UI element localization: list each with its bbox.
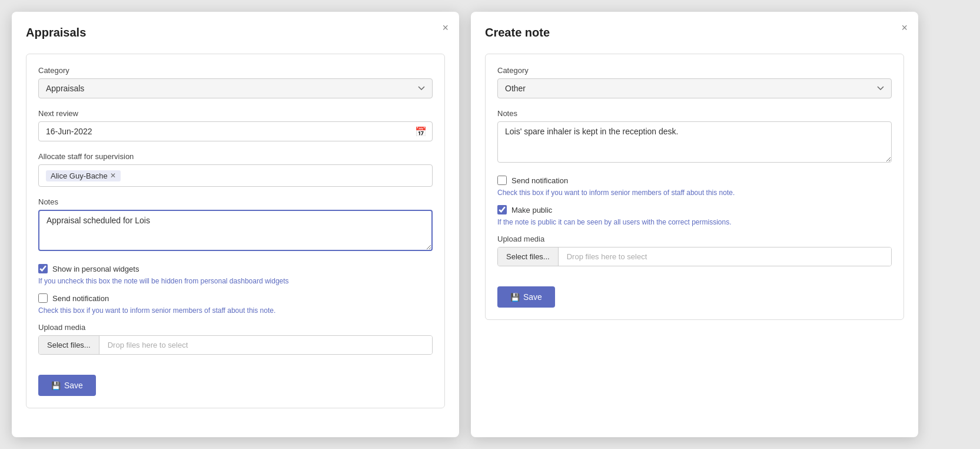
upload-media-group: Upload media Select files... Drop files … (38, 323, 433, 355)
show-widgets-label[interactable]: Show in personal widgets (52, 265, 139, 273)
allocate-staff-label: Allocate staff for supervision (38, 152, 433, 161)
create-note-close-button[interactable]: × (901, 22, 908, 33)
note-save-button[interactable]: 💾 Save (497, 286, 555, 308)
note-save-label: Save (523, 292, 542, 302)
next-review-input[interactable] (38, 121, 433, 141)
note-drop-hint: Drop files here to select (559, 247, 891, 266)
note-send-notification-label[interactable]: Send notification (511, 176, 568, 185)
next-review-group: Next review 📅 (38, 109, 433, 141)
staff-tag: Alice Guy-Bache ✕ (46, 170, 121, 181)
note-notes-group: Notes Lois' spare inhaler is kept in the… (497, 109, 892, 165)
staff-tag-remove[interactable]: ✕ (110, 171, 116, 180)
notes-group: Notes Appraisal scheduled for Lois (38, 197, 433, 253)
category-select[interactable]: Appraisals Other (38, 78, 433, 98)
note-upload-media-label: Upload media (497, 235, 892, 243)
next-review-input-wrapper: 📅 (38, 121, 433, 141)
send-notification-row: Send notification (38, 293, 433, 303)
drop-hint: Drop files here to select (99, 336, 432, 354)
upload-row: Select files... Drop files here to selec… (38, 335, 433, 355)
category-group: Category Appraisals Other (38, 66, 433, 98)
note-select-files-button[interactable]: Select files... (498, 247, 559, 266)
show-widgets-checkbox[interactable] (38, 264, 48, 273)
appraisals-close-button[interactable]: × (442, 22, 449, 33)
note-make-public-hint: If the note is public it can be seen by … (497, 218, 892, 226)
appraisals-modal: Appraisals × Category Appraisals Other N… (12, 12, 459, 437)
note-make-public-checkbox[interactable] (497, 205, 507, 214)
select-files-button[interactable]: Select files... (39, 336, 99, 354)
note-send-notification-row: Send notification (497, 176, 892, 185)
save-icon: 💾 (51, 381, 61, 390)
send-notification-hint: Check this box if you want to inform sen… (38, 306, 433, 315)
create-note-form-card: Category Other Appraisals Notes Lois' sp… (485, 54, 904, 320)
note-category-group: Category Other Appraisals (497, 66, 892, 98)
note-make-public-row: Make public (497, 205, 892, 214)
show-widgets-row: Show in personal widgets (38, 264, 433, 273)
upload-media-label: Upload media (38, 323, 433, 332)
note-save-icon: 💾 (510, 293, 520, 302)
notes-textarea[interactable]: Appraisal scheduled for Lois (38, 210, 433, 251)
note-upload-media-group: Upload media Select files... Drop files … (497, 235, 892, 266)
note-upload-row: Select files... Drop files here to selec… (497, 247, 892, 266)
save-label: Save (64, 381, 83, 390)
note-notes-label: Notes (497, 109, 892, 118)
note-send-notification-hint: Check this box if you want to inform sen… (497, 189, 892, 197)
appraisals-modal-title: Appraisals (26, 26, 445, 39)
notes-label: Notes (38, 197, 433, 206)
appraisals-form-card: Category Appraisals Other Next review 📅 … (26, 54, 445, 408)
note-category-select[interactable]: Other Appraisals (497, 78, 892, 98)
note-send-notification-checkbox[interactable] (497, 176, 507, 185)
category-label: Category (38, 66, 433, 75)
send-notification-label[interactable]: Send notification (52, 294, 109, 303)
create-note-modal-title: Create note (485, 26, 904, 39)
note-notes-textarea[interactable]: Lois' spare inhaler is kept in the recep… (497, 121, 892, 163)
staff-tag-name: Alice Guy-Bache (51, 171, 108, 180)
allocate-staff-group: Allocate staff for supervision Alice Guy… (38, 152, 433, 187)
send-notification-checkbox[interactable] (38, 293, 48, 303)
show-widgets-hint: If you uncheck this box the note will be… (38, 277, 433, 285)
staff-tag-input[interactable]: Alice Guy-Bache ✕ (38, 164, 433, 187)
next-review-label: Next review (38, 109, 433, 118)
save-button[interactable]: 💾 Save (38, 375, 96, 396)
note-category-label: Category (497, 66, 892, 75)
create-note-modal: Create note × Category Other Appraisals … (471, 12, 918, 437)
note-make-public-label[interactable]: Make public (511, 206, 552, 214)
